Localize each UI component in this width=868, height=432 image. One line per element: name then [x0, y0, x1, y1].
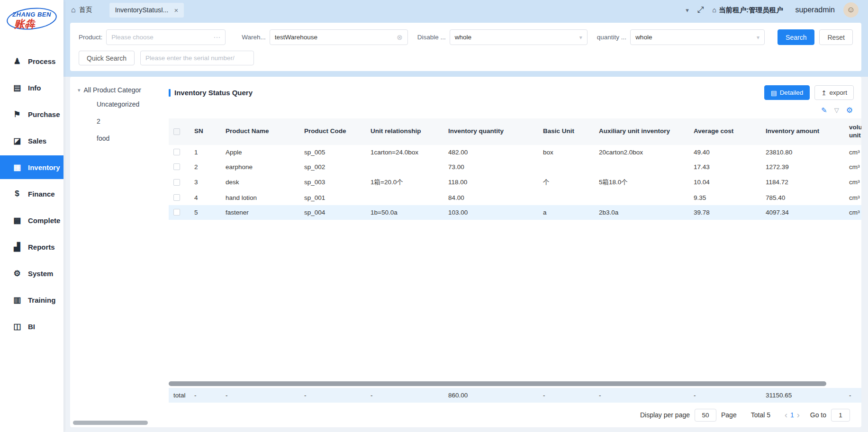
quantity-caret-icon: ▾ [757, 34, 760, 41]
sidebar-item-label: Purchase [28, 110, 60, 118]
tabs-dropdown-icon[interactable]: ▾ [686, 7, 689, 14]
table-row[interactable]: 4hand lotionsp_00184.009.35785.40cm³ [169, 190, 861, 205]
topbar: ⌂ 首页 InventoryStatusI... × ▾ ⤢ ⌂ 当前租户:管理… [63, 0, 868, 20]
sidebar-item-purchase[interactable]: ⚑Purchase [0, 102, 63, 126]
edit-icon[interactable]: ✎ [821, 106, 827, 115]
cell-amount: 23810.80 [761, 145, 844, 160]
inventory-icon: ▦ [12, 162, 22, 172]
cell-name: Apple [221, 145, 299, 160]
quick-search-field[interactable] [140, 51, 254, 65]
cell-aux: 5箱18.0个 [594, 174, 689, 190]
title-marker [169, 89, 171, 97]
quick-search-button[interactable]: Quick Search [79, 51, 135, 65]
warehouse-input[interactable] [275, 34, 397, 41]
row-checkbox[interactable] [173, 194, 180, 201]
cell-code: sp_004 [299, 205, 366, 220]
process-icon: ♟ [12, 56, 22, 66]
sidebar-item-process[interactable]: ♟Process [0, 49, 63, 73]
row-checkbox[interactable] [173, 179, 180, 186]
column-header: SN [190, 118, 221, 145]
sidebar-item-inventory[interactable]: ▦Inventory [0, 155, 63, 179]
export-icon: ↥ [821, 89, 826, 97]
table-row[interactable]: 2earphonesp_00273.0017.431272.39cm³ [169, 160, 861, 174]
row-checkbox[interactable] [173, 163, 180, 170]
tree-item-uncategorized[interactable]: Uncategorized [78, 96, 157, 113]
disable-select[interactable]: whole ▾ [450, 29, 588, 45]
tree-scrollbar[interactable] [73, 421, 148, 425]
cell-qty: 482.00 [443, 145, 538, 160]
home-tab[interactable]: ⌂ 首页 [71, 6, 92, 14]
tab-close-icon[interactable]: × [174, 6, 179, 14]
table-wrap: SNProduct NameProduct CodeUnit relations… [169, 118, 861, 381]
avatar[interactable]: ☺ [843, 2, 859, 18]
product-more-icon[interactable]: ⋯ [213, 33, 220, 42]
cell-basic [538, 160, 594, 174]
sidebar-item-complete[interactable]: ▩Complete [0, 208, 63, 232]
cell-avg: 17.43 [689, 160, 761, 174]
detailed-button[interactable]: ▤ Detailed [764, 85, 810, 100]
filter-icon[interactable]: ▽ [834, 107, 839, 114]
cell-vol: cm³ [844, 205, 861, 220]
header-checkbox-cell [169, 118, 190, 145]
detailed-label: Detailed [780, 89, 804, 96]
table-row[interactable]: 1Applesp_0051carton=24.0box482.00box20ca… [169, 145, 861, 160]
select-all-checkbox[interactable] [173, 128, 180, 135]
fullscreen-icon[interactable]: ⤢ [697, 5, 704, 15]
sales-icon: ◪ [12, 136, 22, 146]
per-page-input[interactable] [695, 409, 716, 422]
column-header: volu unit [844, 118, 861, 145]
next-page-icon[interactable]: › [797, 410, 800, 420]
settings-icon[interactable]: ⚙ [846, 106, 853, 115]
quantity-label: quantity ... [597, 34, 626, 41]
warehouse-select[interactable]: ⊗ [270, 29, 408, 45]
reset-button[interactable]: Reset [819, 29, 853, 45]
row-checkbox-cell [169, 190, 190, 205]
row-checkbox[interactable] [173, 149, 180, 155]
quick-search-input[interactable] [145, 54, 249, 62]
search-button[interactable]: Search [778, 29, 814, 45]
cell-unit_rel: 1b=50.0a [366, 205, 443, 220]
table-row[interactable]: 3desksp_0031箱=20.0个118.00个5箱18.0个10.0411… [169, 174, 861, 190]
product-select[interactable]: ⋯ [106, 29, 226, 45]
export-button[interactable]: ↥ export [814, 85, 854, 100]
tree-item-food[interactable]: food [78, 130, 157, 147]
sidebar-item-finance[interactable]: $Finance [0, 182, 63, 206]
table-body: 1Applesp_0051carton=24.0box482.00box20ca… [169, 145, 861, 220]
tree-root-label: All Product Categor [84, 86, 141, 94]
cell-qty: 73.00 [443, 160, 538, 174]
tree-collapse-icon[interactable]: ▾ [78, 87, 81, 93]
page-title-text: Inventory Status Query [174, 89, 253, 97]
sidebar-item-system[interactable]: ⚙System [0, 261, 63, 285]
quantity-select[interactable]: whole ▾ [630, 29, 765, 45]
column-header: Product Name [221, 118, 299, 145]
column-header: Average cost [689, 118, 761, 145]
horizontal-scrollbar-thumb[interactable] [169, 381, 826, 386]
content-card: ▾ All Product Categor Uncategorized2food… [70, 77, 861, 427]
tenant-info[interactable]: ⌂ 当前租户:管理员租户 [712, 6, 783, 15]
cell-avg: 9.35 [689, 190, 761, 205]
sidebar-item-bi[interactable]: ◫BI [0, 315, 63, 338]
username[interactable]: superadmin [795, 6, 835, 14]
tab-inventory-status[interactable]: InventoryStatusI... × [109, 3, 184, 18]
sidebar-item-reports[interactable]: ▟Reports [0, 235, 63, 259]
page-number-1[interactable]: 1 [787, 411, 797, 419]
tree-item-2[interactable]: 2 [78, 113, 157, 130]
bi-icon: ◫ [12, 322, 22, 332]
product-input[interactable] [111, 34, 213, 41]
goto-input[interactable] [831, 409, 850, 422]
goto-label: Go to [810, 411, 826, 419]
sidebar-item-training[interactable]: ▥Training [0, 288, 63, 312]
tree-root-all-categories[interactable]: ▾ All Product Categor [78, 86, 157, 94]
main-area: ⌂ 首页 InventoryStatusI... × ▾ ⤢ ⌂ 当前租户:管理… [63, 0, 868, 432]
brand-logo: ZHANG BEN 账犇 [0, 0, 63, 42]
sidebar-item-sales[interactable]: ◪Sales [0, 129, 63, 153]
column-header: Basic Unit [538, 118, 594, 145]
reports-icon: ▟ [12, 242, 22, 252]
sidebar-item-info[interactable]: ▤Info [0, 76, 63, 99]
table-row[interactable]: 5fastenersp_0041b=50.0a103.00a2b3.0a39.7… [169, 205, 861, 220]
quantity-value: whole [635, 34, 652, 41]
sidebar-item-label: Info [28, 84, 41, 92]
cell-unit_rel [366, 190, 443, 205]
warehouse-clear-icon[interactable]: ⊗ [397, 33, 403, 42]
row-checkbox[interactable] [173, 209, 180, 216]
